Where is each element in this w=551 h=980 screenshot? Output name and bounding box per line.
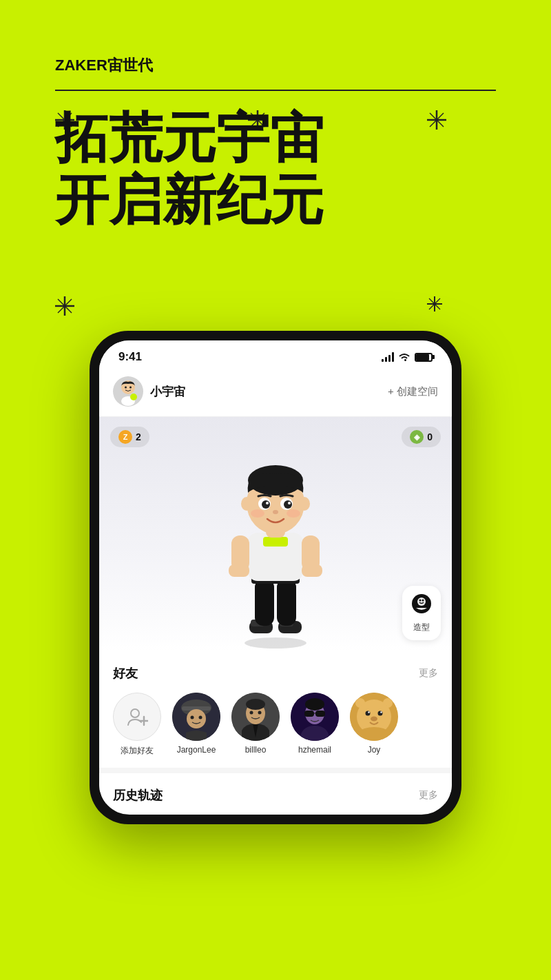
svg-rect-32 xyxy=(277,579,296,626)
friend-item-hzhemail[interactable]: hzhemail xyxy=(291,693,339,757)
app-header: 小宇宙 + 创建空间 xyxy=(99,369,452,417)
friend-item-billleo[interactable]: billleo xyxy=(231,693,280,757)
svg-point-71 xyxy=(250,711,253,715)
sparkle-cross-4 xyxy=(55,296,74,318)
svg-point-52 xyxy=(251,509,264,518)
gem-counter: ◈ 0 xyxy=(402,427,441,447)
svg-point-57 xyxy=(422,600,424,602)
friend-name-jargonlee: JargonLee xyxy=(177,745,216,755)
friends-header: 好友 更多 xyxy=(113,665,438,682)
friend-item-jargonlee[interactable]: JargonLee xyxy=(172,693,220,757)
phone-mockup: 9:41 xyxy=(90,331,461,824)
status-time: 9:41 xyxy=(118,350,142,364)
divider xyxy=(55,90,496,91)
svg-point-49 xyxy=(266,502,269,504)
gem-icon: ◈ xyxy=(410,430,424,444)
svg-point-66 xyxy=(191,716,194,719)
style-button[interactable]: 造型 xyxy=(402,586,441,640)
status-icons xyxy=(382,352,433,362)
svg-point-48 xyxy=(284,500,292,509)
username: 小宇宙 xyxy=(150,384,185,400)
sparkle-cross-5 xyxy=(427,296,442,314)
svg-point-53 xyxy=(287,509,300,518)
svg-point-23 xyxy=(125,387,127,389)
wifi-icon xyxy=(398,352,410,362)
svg-rect-76 xyxy=(304,711,314,717)
svg-rect-37 xyxy=(229,564,249,577)
hero-line2: 开启新纪元 xyxy=(55,170,496,232)
svg-point-87 xyxy=(368,711,369,713)
svg-point-75 xyxy=(305,698,324,711)
style-label: 造型 xyxy=(413,622,430,633)
avatar-display-area: Z 2 ◈ 0 xyxy=(99,417,452,651)
svg-point-89 xyxy=(371,717,377,722)
svg-point-55 xyxy=(417,598,426,606)
svg-point-58 xyxy=(131,709,139,717)
create-space-button[interactable]: + 创建空间 xyxy=(388,385,438,398)
svg-point-86 xyxy=(378,711,383,716)
history-header: 历史轨迹 更多 xyxy=(113,787,438,804)
svg-point-25 xyxy=(130,394,137,400)
friend-avatar-joy xyxy=(350,693,398,741)
coin-counter: Z 2 xyxy=(110,427,149,447)
friend-avatar-billleo xyxy=(231,693,280,741)
app-subtitle: ZAKER宙世代 xyxy=(55,55,496,76)
gem-count: 0 xyxy=(427,431,433,442)
friends-title: 好友 xyxy=(113,665,138,682)
battery-icon xyxy=(415,353,433,362)
friend-avatar-jargonlee xyxy=(172,693,220,741)
history-section: 历史轨迹 更多 xyxy=(99,768,452,804)
svg-point-67 xyxy=(199,716,202,719)
svg-point-43 xyxy=(241,497,252,511)
friend-name-billleo: billleo xyxy=(245,745,267,755)
character-svg xyxy=(214,451,337,651)
friend-name-joy: Joy xyxy=(368,745,381,755)
coin-icon: Z xyxy=(118,430,132,444)
svg-point-70 xyxy=(246,699,265,710)
svg-point-72 xyxy=(258,711,262,715)
svg-point-51 xyxy=(273,510,278,514)
friends-list: 添加好友 xyxy=(113,693,438,757)
svg-rect-39 xyxy=(302,564,322,577)
svg-point-88 xyxy=(380,711,382,713)
add-friend-label: 添加好友 xyxy=(121,745,154,757)
status-bar: 9:41 xyxy=(99,340,452,369)
svg-point-47 xyxy=(262,500,270,509)
user-info: 小宇宙 xyxy=(113,376,185,407)
character-display xyxy=(207,438,344,651)
signal-icon xyxy=(382,352,394,362)
svg-rect-77 xyxy=(315,711,325,717)
friends-section: 好友 更多 xyxy=(99,651,452,768)
friend-item-joy[interactable]: Joy xyxy=(350,693,398,757)
svg-point-50 xyxy=(288,502,291,504)
add-friend-avatar xyxy=(113,693,161,741)
add-friend-item[interactable]: 添加好友 xyxy=(113,693,161,757)
friends-more[interactable]: 更多 xyxy=(419,667,438,680)
svg-rect-31 xyxy=(255,579,274,626)
svg-point-44 xyxy=(299,497,310,511)
friend-name-hzhemail: hzhemail xyxy=(298,745,331,755)
svg-rect-35 xyxy=(263,537,288,547)
hero-line1: 拓荒元宇宙 xyxy=(55,108,496,170)
style-icon xyxy=(410,593,433,619)
history-more[interactable]: 更多 xyxy=(419,789,438,802)
svg-point-56 xyxy=(419,600,422,602)
history-title: 历史轨迹 xyxy=(113,787,163,804)
hero-title: 拓荒元宇宙 开启新纪元 xyxy=(55,108,496,231)
friend-avatar-hzhemail xyxy=(291,693,339,741)
svg-point-65 xyxy=(187,709,206,728)
svg-point-26 xyxy=(245,637,306,649)
svg-point-85 xyxy=(366,711,371,716)
svg-point-24 xyxy=(129,387,132,389)
avatar xyxy=(113,376,143,407)
coin-count: 2 xyxy=(136,431,141,442)
